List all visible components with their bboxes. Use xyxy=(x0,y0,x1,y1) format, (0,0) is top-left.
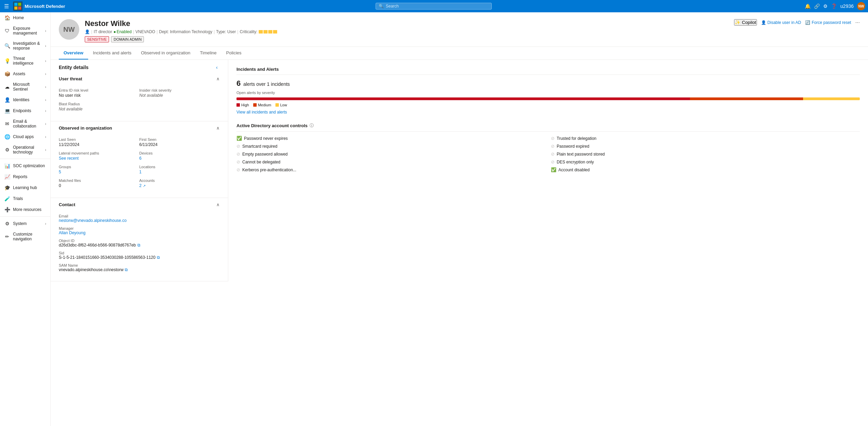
sidebar-item-identities[interactable]: 👤 Identities › xyxy=(0,94,50,105)
right-panel: Incidents and Alerts 6 alerts over 1 inc… xyxy=(228,60,868,281)
copy-icon-sid[interactable]: ⧉ xyxy=(157,255,160,260)
sidebar-item-label: Investigation & response xyxy=(13,41,42,51)
copilot-button[interactable]: ✨ Copilot xyxy=(734,19,757,26)
more-actions-button[interactable]: ··· xyxy=(855,19,860,26)
observed-header[interactable]: Observed in organization ∧ xyxy=(51,121,228,135)
chevron-icon: › xyxy=(45,44,46,48)
sidebar-item-system[interactable]: ⚙ System › xyxy=(0,218,50,229)
manager-label: Manager xyxy=(59,226,220,230)
ad-label: Trusted for delegation xyxy=(557,136,596,141)
severity-label: Open alerts by severity xyxy=(236,91,860,95)
ad-controls-grid: ✅ Password never expires ⊘ Trusted for d… xyxy=(236,136,860,172)
sidebar-item-exposure[interactable]: 🛡 Exposure management › xyxy=(0,23,50,38)
entra-risk-col: Entra ID risk level No user risk xyxy=(59,88,139,98)
files-label: Matched files xyxy=(59,178,139,183)
ad-item-password-never-expires: ✅ Password never expires xyxy=(236,136,545,141)
sidebar-item-sentinel[interactable]: ☁ Microsoft Sentinel › xyxy=(0,79,50,94)
copy-icon[interactable]: ⧉ xyxy=(137,243,140,248)
sidebar-item-endpoints[interactable]: 💻 Endpoints › xyxy=(0,105,50,116)
sidebar-item-email[interactable]: ✉ Email & collaboration › xyxy=(0,116,50,131)
ad-label: DES encryption only xyxy=(557,160,594,164)
sidebar-item-customize[interactable]: ✏ Customize navigation xyxy=(0,229,50,244)
learning-icon: 🎓 xyxy=(4,185,10,190)
tab-timeline[interactable]: Timeline xyxy=(195,47,221,59)
external-link-icon: ↗ xyxy=(143,184,146,188)
locations-label: Locations xyxy=(139,165,220,169)
info-icon[interactable]: ⓘ xyxy=(310,123,314,129)
tab-overview[interactable]: Overview xyxy=(59,47,88,59)
manager-value[interactable]: Allan Deyoung xyxy=(59,230,220,235)
user-label[interactable]: u2936 xyxy=(840,3,854,9)
tab-policies[interactable]: Policies xyxy=(221,47,246,59)
sidebar-item-trials[interactable]: 🧪 Trials xyxy=(0,193,50,204)
sidebar-item-soc[interactable]: 📊 SOC optimization xyxy=(0,160,50,171)
chevron-icon: › xyxy=(45,98,46,102)
sidebar-item-investigation[interactable]: 🔍 Investigation & response › xyxy=(0,38,50,53)
search-box[interactable]: 🔍 xyxy=(376,3,492,10)
x-circle-icon: ⊘ xyxy=(236,159,240,164)
help-icon[interactable]: ❓ xyxy=(831,3,837,9)
ad-item-cannot-delegate: ⊘ Cannot be delegated xyxy=(236,159,545,164)
blast-label: Blast Radius xyxy=(59,102,220,106)
soc-icon: 📊 xyxy=(4,163,10,169)
legend-medium: Medium xyxy=(253,103,271,107)
chevron-icon: › xyxy=(45,222,46,226)
endpoints-icon: 💻 xyxy=(4,108,10,114)
sidebar-item-threat[interactable]: 💡 Threat intelligence › xyxy=(0,53,50,68)
contact-header[interactable]: Contact ∧ xyxy=(51,198,228,211)
settings-icon[interactable]: ⚙ xyxy=(823,3,828,9)
hamburger-icon[interactable]: ☰ xyxy=(3,2,10,11)
chevron-icon: › xyxy=(45,72,46,76)
object-id-label: Object ID xyxy=(59,239,220,243)
insider-risk-value: Not available xyxy=(139,93,220,98)
copy-icon-sam[interactable]: ⧉ xyxy=(125,267,128,272)
sidebar-item-learning[interactable]: 🎓 Learning hub xyxy=(0,182,50,193)
sidebar-item-cloud[interactable]: 🌐 Cloud apps › xyxy=(0,131,50,142)
accounts-value[interactable]: 2 ↗ xyxy=(139,183,220,188)
tab-incidents[interactable]: Incidents and alerts xyxy=(88,47,136,59)
contact-body: Email nestorw@vnevado.alpineskihouse.co … xyxy=(51,211,228,281)
user-threat-header[interactable]: User threat ∧ xyxy=(51,72,228,85)
observed-title: Observed in organization xyxy=(59,125,112,131)
disable-user-button[interactable]: 👤 Disable user in AD xyxy=(761,20,801,25)
lateral-value[interactable]: See recent xyxy=(59,156,139,161)
email-value[interactable]: nestorw@vnevado.alpineskihouse.co xyxy=(59,218,220,223)
groups-value[interactable]: 5 xyxy=(59,170,139,174)
check-circle-icon: ✅ xyxy=(236,136,242,141)
exposure-icon: 🛡 xyxy=(4,28,10,34)
tabs-bar: Overview Incidents and alerts Observed i… xyxy=(51,47,868,60)
sidebar-item-more[interactable]: ➕ More resources xyxy=(0,204,50,215)
devices-value[interactable]: 6 xyxy=(139,156,220,161)
insider-risk-col: Insider risk severity Not available xyxy=(139,88,220,98)
collapse-panel-button[interactable]: ‹ xyxy=(214,64,220,71)
link-icon[interactable]: 🔗 xyxy=(814,3,820,9)
app-title: Microsoft Defender xyxy=(25,4,65,9)
user-avatar[interactable]: NW xyxy=(857,2,865,10)
locations-value[interactable]: 1 xyxy=(139,170,220,174)
alerts-count: 6 xyxy=(236,79,241,88)
user-role: IT director xyxy=(94,29,112,34)
notifications-icon[interactable]: 🔔 xyxy=(805,3,811,9)
tab-observed[interactable]: Observed in organization xyxy=(136,47,195,59)
home-icon: 🏠 xyxy=(4,15,10,21)
ad-item-smartcard: ⊘ Smartcard required xyxy=(236,144,545,149)
email-icon: ✉ xyxy=(4,121,10,127)
ad-item-password-expired: ⊘ Password expired xyxy=(551,144,860,149)
last-seen-value: 11/22/2024 xyxy=(59,142,139,147)
sidebar-item-ot[interactable]: ⚙ Operational technology › xyxy=(0,142,50,157)
sidebar-item-assets[interactable]: 📦 Assets › xyxy=(0,68,50,79)
force-reset-button[interactable]: 🔄 Force password reset xyxy=(805,20,851,25)
ad-label: Account disabled xyxy=(558,168,589,172)
main-content: NW Nestor Wilke 👤 | IT director ● Enable… xyxy=(51,12,868,426)
sam-label: SAM Name xyxy=(59,263,220,267)
threat-icon: 💡 xyxy=(4,58,10,64)
sidebar-item-reports[interactable]: 📈 Reports xyxy=(0,171,50,182)
manager-field-block: Manager Allan Deyoung xyxy=(59,226,220,235)
search-input[interactable] xyxy=(386,4,489,9)
view-all-link[interactable]: View all incidents and alerts xyxy=(236,110,287,115)
sidebar-item-label: Trials xyxy=(13,196,46,201)
object-id-field-block: Object ID d26d3dbc-8f62-466d-b566-90878d… xyxy=(59,239,220,248)
criticality-bar xyxy=(259,30,277,34)
sidebar-item-home[interactable]: 🏠 Home xyxy=(0,12,50,23)
accounts-label: Accounts xyxy=(139,178,220,183)
